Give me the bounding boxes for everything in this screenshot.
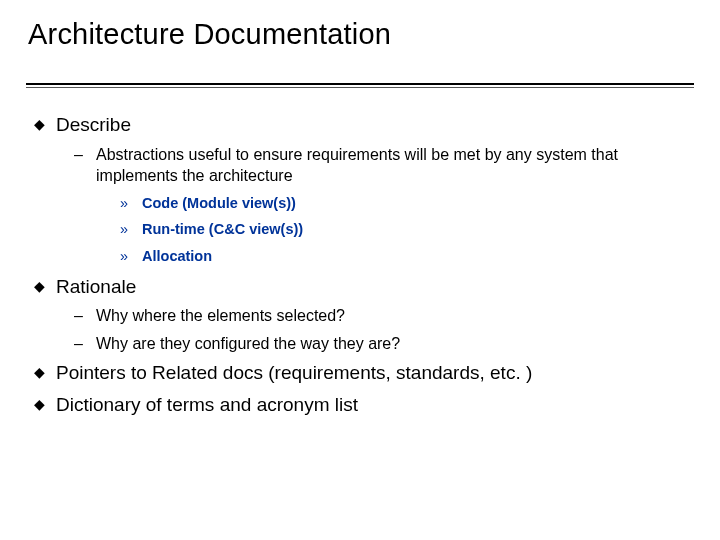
item-label: Rationale	[56, 274, 692, 300]
raquo-bullet-icon: »	[120, 220, 142, 240]
list-subitem: – Why where the elements selected?	[74, 305, 692, 327]
diamond-bullet-icon: ◆	[34, 360, 56, 386]
diamond-bullet-icon: ◆	[34, 274, 56, 300]
list-item: ◆ Describe	[34, 112, 692, 138]
list-subsubitem: » Allocation	[120, 247, 692, 267]
subsubitem-label: Run-time (C&C view(s))	[142, 220, 692, 240]
title-rule	[26, 83, 694, 88]
slide: Architecture Documentation ◆ Describe – …	[0, 0, 720, 540]
list-item: ◆ Dictionary of terms and acronym list	[34, 392, 692, 418]
dash-bullet-icon: –	[74, 144, 96, 187]
diamond-bullet-icon: ◆	[34, 112, 56, 138]
subitem-label: Why are they configured the way they are…	[96, 333, 692, 355]
subsubitem-label: Code (Module view(s))	[142, 194, 692, 214]
subsubitem-label: Allocation	[142, 247, 692, 267]
dash-bullet-icon: –	[74, 305, 96, 327]
list-subsubitem: » Run-time (C&C view(s))	[120, 220, 692, 240]
list-item: ◆ Pointers to Related docs (requirements…	[34, 360, 692, 386]
subitem-label: Abstractions useful to ensure requiremen…	[96, 144, 692, 187]
item-label: Dictionary of terms and acronym list	[56, 392, 692, 418]
list-subsubitem: » Code (Module view(s))	[120, 194, 692, 214]
item-label: Describe	[56, 112, 692, 138]
list-subitem: – Abstractions useful to ensure requirem…	[74, 144, 692, 187]
item-label: Pointers to Related docs (requirements, …	[56, 360, 692, 386]
raquo-bullet-icon: »	[120, 247, 142, 267]
diamond-bullet-icon: ◆	[34, 392, 56, 418]
slide-title: Architecture Documentation	[28, 18, 692, 59]
subitem-label: Why where the elements selected?	[96, 305, 692, 327]
list-subitem: – Why are they configured the way they a…	[74, 333, 692, 355]
dash-bullet-icon: –	[74, 333, 96, 355]
raquo-bullet-icon: »	[120, 194, 142, 214]
list-item: ◆ Rationale	[34, 274, 692, 300]
